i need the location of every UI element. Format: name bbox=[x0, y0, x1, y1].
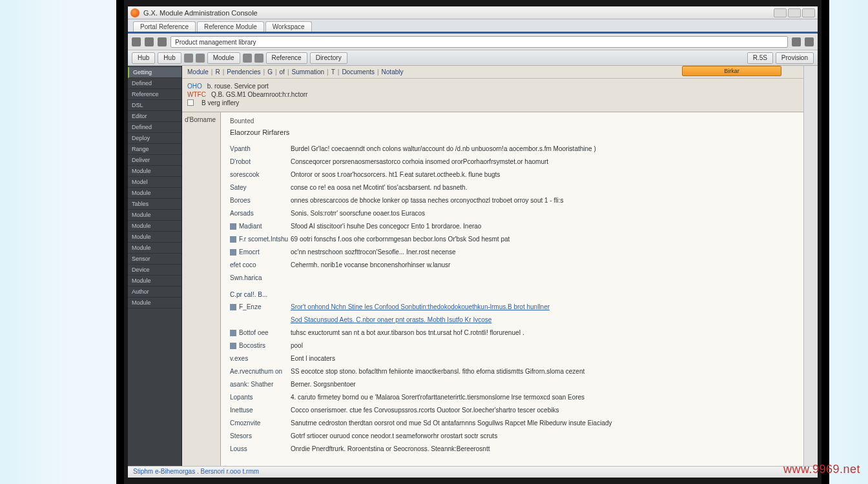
left-label: d'Borname bbox=[185, 116, 218, 123]
back-icon[interactable] bbox=[132, 37, 141, 46]
prop-key bbox=[230, 316, 291, 325]
breadcrumb-item-4[interactable]: of bbox=[280, 68, 285, 76]
prop-val: 4. caruto firmetey bornd ou e 'Malaroa S… bbox=[291, 393, 794, 402]
right-rail bbox=[803, 66, 818, 478]
sidebar-item-8[interactable]: Deliver bbox=[128, 155, 181, 166]
hdr-v1: b. rouse. Service port bbox=[207, 83, 269, 90]
close-button[interactable] bbox=[802, 8, 815, 17]
prop-val: Sonis. Sols:rotrr' soorscfune ooaer.tos … bbox=[291, 209, 794, 218]
prop-val: Berner. Sorgsnbentoer bbox=[291, 380, 794, 389]
tabbar: Portal Reference Reference Module Worksp… bbox=[128, 19, 818, 34]
prop-val[interactable]: Sod Stacunsuod Aets. C.nbor onaer pnt or… bbox=[291, 316, 794, 325]
titlebar: G.X. Module Administration Console bbox=[128, 6, 818, 19]
sidebar-item-9[interactable]: Module bbox=[128, 166, 181, 177]
prop-val[interactable]: Sror't onhond Nchn Stine les Confood Son… bbox=[291, 303, 794, 312]
prop-key: Madiant bbox=[230, 222, 291, 231]
tb-provision[interactable]: Provision bbox=[776, 52, 814, 64]
breadcrumb-item-3[interactable]: G bbox=[267, 68, 273, 76]
prop-row: efet cocoCehermh. norib1e vocanse bncone… bbox=[230, 259, 794, 272]
tb-icon1[interactable] bbox=[184, 54, 193, 63]
prop-val: pool bbox=[291, 341, 794, 350]
sidebar-item-7[interactable]: Range bbox=[128, 144, 181, 155]
breadcrumb-item-2[interactable]: Pendencies bbox=[227, 68, 260, 76]
section-tab[interactable]: Bounted bbox=[230, 117, 794, 125]
prop-val: onnes obrescarcoos de bhocke lonker op t… bbox=[291, 196, 794, 205]
sidebar-item-4[interactable]: Editor bbox=[128, 111, 181, 122]
status-text: Stiphm e-Bihemorgas . Bersnori r.ooo t.r… bbox=[133, 468, 259, 475]
sidebar-item-0[interactable]: Getting bbox=[128, 67, 181, 78]
alert-badge[interactable]: Birkar bbox=[682, 66, 781, 76]
prop-key: Aorsads bbox=[230, 209, 291, 218]
prop-key: Ae.rvecnuthum on bbox=[230, 367, 291, 376]
prop-row: Lopants4. caruto firmetey bornd ou e 'Ma… bbox=[230, 391, 794, 404]
tb-hub[interactable]: Hub bbox=[132, 52, 155, 64]
app-toolbar: Hub Hub Module Reference Directory R.5S … bbox=[128, 50, 818, 66]
home-icon[interactable] bbox=[145, 37, 154, 46]
prop-row: VpanthBurdel Gr'lac! coecaenndt onch col… bbox=[230, 143, 794, 156]
sidebar-item-20[interactable]: Author bbox=[128, 287, 181, 297]
sidebar-item-17[interactable]: Sensor bbox=[128, 254, 181, 265]
tb-reference[interactable]: Reference bbox=[266, 52, 307, 64]
prop-val: oc'nn nestrschoon sozfttrocon'Sesofle...… bbox=[291, 248, 794, 257]
group2-title: C.pr caI!. B... bbox=[230, 291, 794, 298]
reload-icon[interactable] bbox=[158, 37, 167, 46]
monitor-bezel: G.X. Module Administration Console Porta… bbox=[116, 0, 829, 484]
tb-icon2[interactable] bbox=[196, 54, 205, 63]
prop-row: CmoznviteSanutrne cedroston therdtan oor… bbox=[230, 417, 794, 430]
sidebar-item-12[interactable]: Tables bbox=[128, 199, 181, 210]
minimize-button[interactable] bbox=[774, 8, 787, 17]
prop-row: InettuseCocco onserismoer. ctue fes Corv… bbox=[230, 404, 794, 417]
tb-directory[interactable]: Directory bbox=[310, 52, 347, 64]
prop-row: F_EnzeSror't onhond Nchn Stine les Confo… bbox=[230, 301, 794, 314]
prop-val: Cocco onserismoer. ctue fes Corvosupssro… bbox=[291, 406, 794, 415]
maximize-button[interactable] bbox=[788, 8, 801, 17]
breadcrumb-item-7[interactable]: Documents bbox=[342, 68, 375, 76]
url-field[interactable]: Product management library bbox=[170, 36, 788, 48]
breadcrumb-item-1[interactable]: R bbox=[215, 68, 220, 76]
bullet-icon bbox=[230, 236, 236, 243]
tb-module[interactable]: Module bbox=[207, 52, 240, 64]
sidebar-item-16[interactable]: Module bbox=[128, 243, 181, 254]
prop-row: Swn.harica bbox=[230, 272, 794, 285]
tab-0[interactable]: Portal Reference bbox=[133, 21, 196, 32]
left-col: d'Borname bbox=[182, 112, 221, 478]
tb-hub2[interactable]: Hub bbox=[158, 52, 181, 64]
menu-icon[interactable] bbox=[805, 37, 814, 46]
sidebar-item-1[interactable]: Defined bbox=[128, 78, 181, 89]
sidebar-item-19[interactable]: Module bbox=[128, 276, 181, 287]
tab-1[interactable]: Reference Module bbox=[197, 21, 264, 32]
prop-val: tuhsc exuctorumt san nt a bot axur.tibar… bbox=[291, 328, 794, 338]
sidebar-item-15[interactable]: Module bbox=[128, 232, 181, 243]
tb-r5s[interactable]: R.5S bbox=[747, 52, 773, 64]
sidebar-item-2[interactable]: Reference bbox=[128, 89, 181, 100]
prop-row: LoussOnrdie Pnerdftrurk. Roroentstina or… bbox=[230, 443, 794, 456]
prop-key: asank: Shather bbox=[230, 380, 291, 389]
breadcrumb-item-5[interactable]: Summation bbox=[291, 68, 324, 76]
sidebar-item-18[interactable]: Device bbox=[128, 265, 181, 276]
breadcrumb-item-0[interactable]: Module bbox=[187, 68, 209, 76]
sidebar-item-11[interactable]: Module bbox=[128, 188, 181, 199]
prop-val: Cehermh. norib1e vocanse bnconenshorhins… bbox=[291, 261, 794, 270]
prop-key: Satey bbox=[230, 183, 291, 192]
sidebar: GettingDefinedReferenceDSLEditorDefinedD… bbox=[128, 66, 182, 478]
sidebar-item-14[interactable]: Module bbox=[128, 221, 181, 232]
sidebar-item-6[interactable]: Deploy bbox=[128, 133, 181, 144]
hdr-checkbox[interactable] bbox=[187, 99, 194, 106]
prop-row: Boroesonnes obrescarcoos de bhocke lonke… bbox=[230, 194, 794, 207]
tab-2[interactable]: Workspace bbox=[265, 21, 312, 32]
sidebar-item-3[interactable]: DSL bbox=[128, 100, 181, 111]
bullet-icon bbox=[230, 223, 236, 230]
section-title: Elaorzour Rirfarers bbox=[230, 128, 794, 136]
sidebar-item-21[interactable]: Module bbox=[128, 297, 181, 308]
bookmark-icon[interactable] bbox=[792, 37, 801, 46]
tb-icon3[interactable] bbox=[243, 54, 252, 63]
breadcrumb-item-6[interactable]: T bbox=[331, 68, 335, 76]
sidebar-item-13[interactable]: Module bbox=[128, 210, 181, 221]
sidebar-item-5[interactable]: Defined bbox=[128, 122, 181, 133]
prop-key: Bottof oee bbox=[230, 328, 291, 338]
tb-icon4[interactable] bbox=[254, 54, 264, 63]
main-area: GettingDefinedReferenceDSLEditorDefinedD… bbox=[128, 66, 818, 478]
prop-key: D'robot bbox=[230, 157, 291, 166]
breadcrumb-item-8[interactable]: Notably bbox=[382, 68, 404, 76]
sidebar-item-10[interactable]: Model bbox=[128, 177, 181, 188]
